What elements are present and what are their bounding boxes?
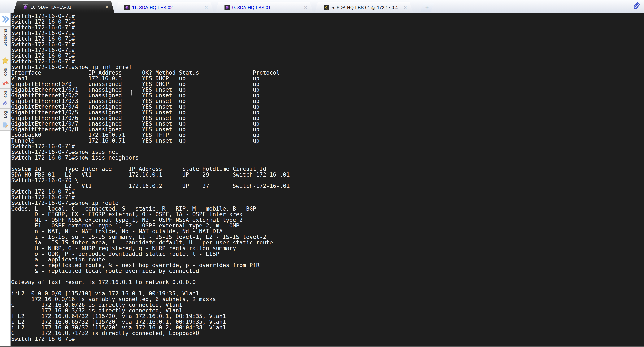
tab-close-icon[interactable]: ✕ <box>204 6 208 10</box>
terminal-screen[interactable]: Switch-172-16-0-71# Switch-172-16-0-71# … <box>11 13 644 346</box>
notepad-pencil-icon <box>2 122 9 129</box>
tab-label: 10. SDA-HQ-FES-01 <box>30 4 72 10</box>
tab-label: 9. SDA-HQ-FBS-01 <box>232 5 271 10</box>
sidebar: Sessions Tools Tabs <box>0 13 11 347</box>
tab-session-10-sda-hq-fes-01[interactable]: 10. SDA-HQ-FES-01 ✕ <box>14 1 114 13</box>
expand-sidebar-button[interactable] <box>0 13 10 26</box>
sidebar-tab-sessions[interactable]: Sessions <box>0 26 10 66</box>
tab-session-9-sda-hq-fbs-01[interactable]: 9. SDA-HQ-FBS-01 ✕ <box>215 2 313 13</box>
plus-icon: + <box>425 4 429 11</box>
securecrt-window: { "tab_bar": { "close_glyph": "✕", "new_… <box>0 0 644 347</box>
tab-session-11-sda-hq-fes-02[interactable]: 11. SDA-HQ-FES-02 ✕ <box>115 2 214 13</box>
sidebar-tab-label: Tools <box>3 68 8 78</box>
tab-bar: 10. SDA-HQ-FES-01 ✕ 11. SDA-HQ-FES-02 ✕ <box>0 0 644 13</box>
session-gem-icon <box>124 5 130 10</box>
session-gem-icon <box>224 5 230 10</box>
tab-close-icon[interactable]: ✕ <box>404 6 407 10</box>
sidebar-tab-log[interactable]: Log <box>0 108 10 130</box>
paperclip-icon <box>2 100 9 107</box>
terminal-output[interactable]: Switch-172-16-0-71# Switch-172-16-0-71# … <box>11 13 644 342</box>
session-key-icon <box>324 5 329 10</box>
tab-close-icon[interactable]: ✕ <box>304 6 307 10</box>
sidebar-tab-tabs[interactable]: Tabs <box>0 88 10 108</box>
tab-label: 11. SDA-HQ-FES-02 <box>132 5 172 10</box>
tab-close-icon[interactable]: ✕ <box>105 5 108 9</box>
double-chevron-right-icon <box>1 15 10 25</box>
sidebar-tab-label: Sessions <box>3 29 8 46</box>
swiss-army-knife-icon <box>2 80 9 87</box>
sidebar-tab-tools[interactable]: Tools <box>0 66 10 89</box>
tab-label: 5. SDA-HQ-FBS-01 @ 172.17.0.4 <box>332 5 398 10</box>
sidebar-tab-label: Tabs <box>3 91 8 100</box>
window-bottom-edge <box>0 346 644 347</box>
new-tab-button[interactable]: + <box>420 3 434 12</box>
tab-session-5-sda-hq-fbs-01[interactable]: 5. SDA-HQ-FBS-01 @ 172.17.0.4 ✕ <box>314 2 413 13</box>
session-gem-icon <box>23 4 28 10</box>
paperclip-icon[interactable] <box>632 1 641 11</box>
sidebar-tab-label: Log <box>3 111 8 118</box>
text-cursor-pointer <box>130 90 133 96</box>
star-icon <box>2 57 9 64</box>
